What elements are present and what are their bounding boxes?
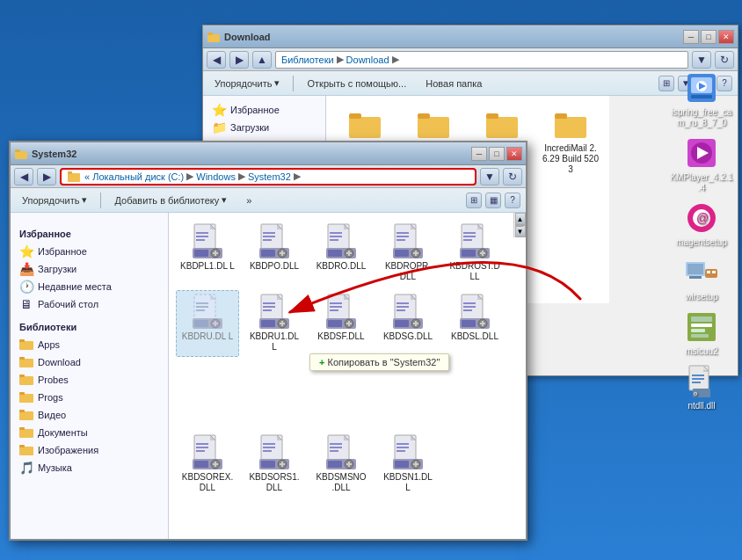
svg-rect-165 [330, 443, 342, 445]
sidebar-item-recent[interactable]: 🕐 Недавние места [14, 278, 164, 295]
organize-btn-back[interactable]: Упорядочить ▾ [208, 75, 286, 91]
address-box-back[interactable]: Библиотеки ▶ Download ▶ [275, 51, 688, 69]
organize-btn-front[interactable]: Упорядочить ▾ [16, 192, 93, 208]
file-kbdsn1[interactable]: KBDSN1.DL L [376, 431, 440, 498]
file-kbdsl[interactable]: KBDSL.DLL [443, 290, 506, 357]
svg-rect-22 [687, 264, 703, 274]
add-library-btn[interactable]: Добавить в библиотеку ▾ [108, 192, 233, 208]
desktop-icon-sidebar: 🖥 [19, 297, 33, 311]
sidebar-item-desktop[interactable]: 🖥 Рабочий стол [14, 295, 164, 313]
sidebar-item-progs[interactable]: Progs [14, 389, 164, 406]
maximize-btn-front[interactable]: □ [489, 147, 505, 161]
file-kbdpo[interactable]: KBDPO.DLL [243, 220, 306, 287]
sidebar-item-downloads[interactable]: 📥 Загрузки [14, 260, 164, 278]
svg-rect-47 [19, 375, 25, 377]
minimize-btn-front[interactable]: ─ [471, 147, 487, 161]
desktop-icon-msicuu2[interactable]: msicuu2 [670, 309, 733, 357]
svg-rect-6 [486, 117, 518, 138]
svg-rect-138 [463, 302, 476, 304]
open-with-btn[interactable]: Открыть с помощью... [301, 76, 412, 91]
help-btn-front[interactable]: ? [505, 193, 520, 208]
sep1-front [100, 193, 101, 208]
sidebar-item-fav[interactable]: ⭐ Избранное [14, 243, 164, 260]
file-label-kbdropr: KBDROPR. DLL [381, 261, 435, 282]
svg-rect-30 [691, 329, 705, 332]
view-btn1-front[interactable]: ⊞ [466, 193, 482, 208]
file-kbdro[interactable]: KBDRO.DLL [309, 220, 373, 287]
forward-btn-back[interactable]: ▶ [229, 51, 249, 69]
sidebar-fav-back[interactable]: ⭐ Избранное [207, 101, 322, 119]
address-box-front[interactable]: « Локальный диск (C:) ▶ Windows ▶ System… [60, 168, 476, 185]
addr-windows[interactable]: Windows [196, 171, 236, 182]
minimize-btn-back[interactable]: ─ [683, 30, 699, 44]
file-kbdru[interactable]: KBDRU.DL L [176, 290, 239, 357]
desktop-icon-wirsetup[interactable]: wirsetup [670, 255, 733, 302]
svg-rect-52 [19, 429, 33, 438]
svg-rect-3 [349, 113, 361, 119]
addr-system32[interactable]: System32 [248, 171, 291, 182]
scroll-up-btn[interactable]: ▲ [515, 213, 526, 225]
file-kbdsmsno[interactable]: KBDSMSNO .DLL [309, 431, 373, 498]
addr-dropdown-btn[interactable]: ▼ [480, 168, 499, 185]
close-btn-back[interactable]: ✕ [718, 30, 734, 44]
svg-rect-94 [463, 236, 476, 237]
title-bar-left-front: System32 [14, 147, 76, 161]
address-bar-back: ◀ ▶ ▲ Библиотеки ▶ Download ▶ ▼ ↻ [203, 48, 738, 71]
file-kbdrost[interactable]: KBDROST.D LL [443, 220, 506, 287]
view-btn2-front[interactable]: ▦ [485, 193, 501, 208]
addr-go-btn-back[interactable]: ▼ [692, 51, 711, 69]
recent-icon: 🕐 [19, 280, 33, 294]
svg-rect-66 [263, 232, 275, 234]
file-label-kbdsors1: KBDSORS1. DLL [247, 472, 302, 493]
more-btn[interactable]: » [240, 193, 258, 208]
svg-rect-38 [15, 151, 27, 159]
sidebar-item-docs[interactable]: Документы [14, 424, 164, 441]
file-kbdsf[interactable]: KBDSF.DLL [309, 290, 373, 357]
sidebar-item-images[interactable]: Изображения [14, 441, 164, 459]
addr-c-drive[interactable]: « Локальный диск (C:) [84, 171, 184, 182]
scroll-thumb[interactable] [515, 225, 524, 227]
desktop-icon-magent[interactable]: @ magentsetup [670, 200, 733, 248]
back-btn-back[interactable]: ◀ [207, 51, 226, 69]
close-btn-front[interactable]: ✕ [506, 147, 522, 161]
sidebar-fav-title: Избранное [14, 225, 164, 243]
svg-rect-139 [463, 306, 476, 308]
back-file-incredimail[interactable]: IncrediMail 2.6.29 Build 5203 [539, 103, 602, 296]
up-btn-back[interactable]: ▲ [252, 51, 272, 69]
file-kbdsors1[interactable]: KBDSORS1. DLL [243, 431, 306, 498]
svg-rect-31 [691, 334, 709, 338]
file-kbdropr[interactable]: KBDROPR. DLL [376, 220, 440, 287]
music-icon: 🎵 [19, 461, 33, 475]
desktop-icon-ispring[interactable]: ispring_free_cam_ru_8_7_0 [670, 70, 733, 128]
svg-rect-59 [196, 239, 205, 241]
scrollbar-front[interactable]: ▲ ▼ [513, 213, 526, 237]
sidebar-item-apps[interactable]: Apps [14, 336, 164, 353]
addr-download[interactable]: Download [346, 55, 389, 65]
svg-rect-5 [418, 113, 430, 119]
forward-btn-front[interactable]: ▶ [37, 168, 56, 185]
maximize-btn-back[interactable]: □ [701, 30, 717, 44]
scroll-down-btn[interactable]: ▼ [515, 225, 526, 237]
file-kbdsg[interactable]: KBDSG.DLL [376, 290, 440, 357]
sidebar-dl-back[interactable]: 📁 Загрузки [207, 119, 322, 136]
svg-rect-109 [215, 321, 216, 326]
file-kbdpl1[interactable]: KBDPL1.DL L [176, 220, 239, 287]
sidebar-item-probes[interactable]: Probes [14, 371, 164, 389]
svg-rect-167 [330, 450, 338, 452]
sidebar-item-download[interactable]: Download [14, 353, 164, 371]
back-btn-front[interactable]: ◀ [14, 168, 33, 185]
addr-libraries[interactable]: Библиотеки [281, 55, 334, 65]
svg-rect-91 [415, 251, 417, 256]
file-label-kbdsf: KBDSF.DLL [317, 331, 364, 342]
desktop-icon-kmplayer[interactable]: KMPlayer_4.2.1.4 [670, 135, 733, 193]
desktop-icon-ntdll[interactable]: ⚙ ntdll.dll [670, 364, 733, 411]
new-folder-btn[interactable]: Новая папка [419, 76, 488, 91]
docs-folder-icon [19, 425, 33, 440]
file-kbdsorex[interactable]: KBDSOREX. DLL [176, 431, 239, 498]
refresh-btn-back[interactable]: ↻ [715, 51, 734, 69]
file-kbdru1[interactable]: KBDRU1.DL L [243, 290, 306, 357]
sidebar-item-music[interactable]: 🎵 Музыка [14, 459, 164, 476]
folder-icon-ggmm [347, 106, 382, 142]
addr-go-btn[interactable]: ↻ [503, 168, 522, 185]
sidebar-item-video[interactable]: Видео [14, 406, 164, 424]
